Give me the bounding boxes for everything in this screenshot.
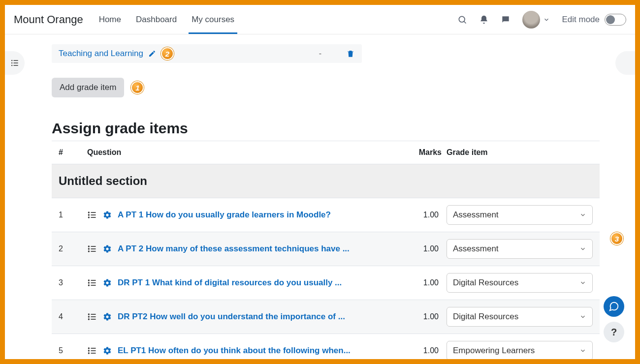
row-num: 1	[59, 211, 82, 219]
marks: 1.00	[397, 278, 442, 287]
svg-point-2	[11, 60, 13, 61]
svg-rect-3	[14, 60, 18, 61]
drawer-toggle-right[interactable]	[615, 51, 635, 75]
grade-item-select[interactable]: Assessment	[447, 205, 593, 225]
dash: -	[319, 49, 321, 58]
question-link[interactable]: A PT 1 How do you usually grade learners…	[118, 210, 331, 220]
svg-rect-5	[14, 62, 18, 63]
svg-rect-29	[91, 316, 96, 317]
list-icon	[87, 210, 97, 220]
gear-icon[interactable]	[103, 312, 112, 321]
add-grade-item-button[interactable]: Add grade item	[52, 78, 124, 97]
topbar: Mount Orange Home Dashboard My courses E…	[5, 5, 635, 34]
question-link[interactable]: DR PT2 How well do you understand the im…	[118, 312, 345, 322]
assign-heading: Assign grade items	[52, 120, 600, 137]
question-link[interactable]: EL PT1 How often do you think about the …	[118, 346, 351, 356]
table-row: 3DR PT 1 What kind of digital resources …	[52, 266, 600, 300]
svg-rect-23	[91, 282, 96, 283]
row-num: 4	[59, 312, 82, 321]
edit-mode-label: Edit mode	[562, 15, 600, 25]
edit-mode: Edit mode	[562, 14, 626, 26]
teaching-learning-link[interactable]: Teaching and Learning	[59, 49, 143, 59]
svg-rect-33	[91, 348, 96, 349]
grade-item-select[interactable]: Digital Resources	[447, 307, 593, 327]
nav-mycourses[interactable]: My courses	[191, 6, 235, 33]
chevron-down-icon	[579, 313, 586, 320]
gear-icon[interactable]	[103, 278, 112, 287]
bell-icon[interactable]	[479, 15, 489, 25]
svg-line-1	[464, 21, 466, 23]
list-icon	[87, 346, 97, 356]
table-row: 4DR PT2 How well do you understand the i…	[52, 300, 600, 334]
col-question: Question	[87, 148, 392, 157]
svg-point-26	[88, 313, 90, 315]
chevron-down-icon	[579, 279, 586, 286]
svg-point-14	[88, 245, 90, 247]
avatar	[522, 11, 540, 29]
help-fab[interactable]: ?	[604, 322, 624, 342]
svg-point-30	[88, 318, 90, 320]
svg-point-36	[88, 352, 90, 354]
svg-point-34	[88, 350, 90, 351]
list-icon	[87, 312, 97, 322]
chevron-down-icon	[579, 245, 586, 252]
question-link[interactable]: DR PT 1 What kind of digital resources d…	[118, 278, 342, 288]
svg-rect-21	[91, 280, 96, 281]
chevron-down-icon	[579, 347, 586, 354]
grade-item-select[interactable]: Digital Resources	[447, 273, 593, 293]
table-row: 5EL PT1 How often do you think about the…	[52, 334, 600, 359]
question-link[interactable]: A PT 2 How many of these assessment tech…	[118, 244, 350, 254]
svg-rect-13	[91, 217, 96, 218]
grade-item-select[interactable]: Assessment	[447, 239, 593, 259]
grade-table: # Question Marks Grade item Untitled sec…	[52, 141, 600, 359]
brand[interactable]: Mount Orange	[14, 13, 83, 26]
grade-item-select[interactable]: Empowering Learners	[447, 341, 593, 359]
svg-point-32	[88, 347, 90, 349]
marks: 1.00	[397, 312, 442, 321]
delete-icon[interactable]	[346, 49, 355, 58]
row-num: 2	[59, 244, 82, 253]
edit-icon[interactable]	[148, 50, 156, 58]
svg-point-6	[11, 65, 13, 66]
nav-home[interactable]: Home	[98, 6, 122, 33]
chat-icon[interactable]	[501, 15, 511, 25]
svg-point-20	[88, 279, 90, 281]
table-header: # Question Marks Grade item	[52, 141, 600, 164]
gear-icon[interactable]	[103, 346, 112, 355]
section-header: Untitled section	[52, 164, 600, 198]
gear-icon[interactable]	[103, 244, 112, 253]
edit-mode-toggle[interactable]	[605, 14, 626, 26]
svg-rect-35	[91, 350, 96, 351]
svg-point-0	[459, 16, 465, 22]
list-icon	[87, 244, 97, 254]
svg-rect-9	[91, 212, 96, 213]
chevron-down-icon	[543, 16, 550, 23]
marks: 1.00	[397, 346, 442, 355]
table-row: 2A PT 2 How many of these assessment tec…	[52, 232, 600, 266]
svg-point-10	[88, 214, 90, 215]
chat-fab[interactable]	[604, 296, 624, 317]
table-row: 1A PT 1 How do you usually grade learner…	[52, 198, 600, 232]
svg-point-24	[88, 284, 90, 286]
annotation-3: 3	[610, 232, 623, 245]
svg-point-22	[88, 282, 90, 283]
chevron-down-icon	[579, 212, 586, 218]
content: Teaching and Learning 2 - Add grade item…	[5, 34, 635, 359]
gear-icon[interactable]	[103, 211, 112, 219]
user-menu[interactable]	[522, 11, 550, 29]
marks: 1.00	[397, 211, 442, 219]
marks: 1.00	[397, 244, 442, 253]
svg-point-18	[88, 250, 90, 252]
list-icon	[87, 278, 97, 288]
main-nav: Home Dashboard My courses	[98, 6, 235, 33]
svg-rect-31	[91, 319, 96, 320]
svg-rect-19	[91, 251, 96, 252]
svg-rect-7	[14, 65, 18, 66]
search-icon[interactable]	[457, 15, 467, 25]
nav-dashboard[interactable]: Dashboard	[135, 6, 178, 33]
row-num: 5	[59, 346, 82, 355]
row-num: 3	[59, 278, 82, 287]
svg-point-16	[88, 248, 90, 249]
svg-rect-27	[91, 314, 96, 315]
svg-rect-25	[91, 285, 96, 286]
